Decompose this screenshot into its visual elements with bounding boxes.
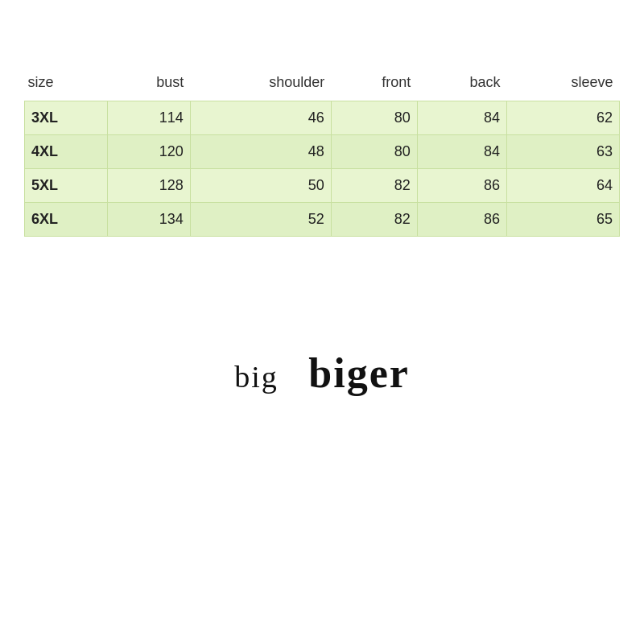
cell-size: 3XL	[25, 101, 108, 135]
cell-back: 84	[417, 135, 506, 169]
cell-back: 84	[417, 101, 506, 135]
col-header-sleeve: sleeve	[506, 64, 619, 101]
cell-shoulder: 50	[190, 169, 331, 203]
col-header-size: size	[25, 64, 108, 101]
cell-bust: 120	[107, 135, 190, 169]
cell-back: 86	[417, 169, 506, 203]
table-row: 5XL12850828664	[25, 169, 620, 203]
cell-bust: 134	[107, 203, 190, 237]
size-table: size bust shoulder front back sleeve 3XL…	[24, 64, 620, 237]
col-header-shoulder: shoulder	[190, 64, 331, 101]
bottom-text: big biger	[234, 349, 410, 397]
cell-back: 86	[417, 203, 506, 237]
cell-front: 80	[331, 135, 417, 169]
cell-sleeve: 63	[506, 135, 619, 169]
bottom-text-bold: biger	[308, 350, 410, 396]
table-body: 3XL114468084624XL120488084635XL128508286…	[25, 101, 620, 237]
col-header-back: back	[417, 64, 506, 101]
table-row: 3XL11446808462	[25, 101, 620, 135]
cell-front: 82	[331, 203, 417, 237]
cell-sleeve: 62	[506, 101, 619, 135]
cell-shoulder: 48	[190, 135, 331, 169]
cell-shoulder: 52	[190, 203, 331, 237]
cell-front: 82	[331, 169, 417, 203]
col-header-front: front	[331, 64, 417, 101]
bottom-text-normal: big	[234, 360, 279, 394]
cell-bust: 128	[107, 169, 190, 203]
cell-sleeve: 64	[506, 169, 619, 203]
size-chart-container: size bust shoulder front back sleeve 3XL…	[24, 64, 620, 237]
cell-front: 80	[331, 101, 417, 135]
cell-sleeve: 65	[506, 203, 619, 237]
cell-bust: 114	[107, 101, 190, 135]
table-header-row: size bust shoulder front back sleeve	[25, 64, 620, 101]
cell-size: 4XL	[25, 135, 108, 169]
cell-size: 5XL	[25, 169, 108, 203]
table-row: 4XL12048808463	[25, 135, 620, 169]
col-header-bust: bust	[107, 64, 190, 101]
cell-size: 6XL	[25, 203, 108, 237]
table-row: 6XL13452828665	[25, 203, 620, 237]
cell-shoulder: 46	[190, 101, 331, 135]
